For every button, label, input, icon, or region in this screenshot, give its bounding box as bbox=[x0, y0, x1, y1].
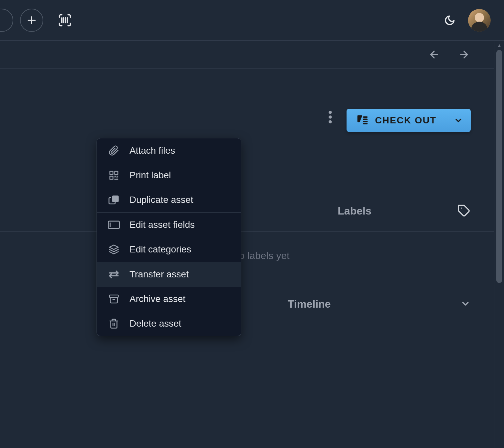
menu-label: Print label bbox=[129, 170, 171, 181]
scrollbar-up-button[interactable]: ▲ bbox=[494, 41, 504, 50]
menu-item-delete-asset[interactable]: Delete asset bbox=[97, 311, 241, 336]
menu-item-edit-asset-fields[interactable]: Edit asset fields bbox=[97, 213, 241, 237]
qr-icon bbox=[109, 170, 119, 181]
plus-icon bbox=[26, 14, 38, 26]
svg-rect-25 bbox=[113, 196, 118, 202]
add-button[interactable] bbox=[20, 9, 43, 32]
menu-item-attach-files[interactable]: Attach files bbox=[97, 138, 241, 163]
chevron-down-icon bbox=[454, 116, 463, 125]
top-bar-right bbox=[443, 9, 491, 32]
scan-button[interactable] bbox=[57, 12, 73, 29]
tag-icon bbox=[457, 204, 471, 218]
checkout-button[interactable]: CHECK OUT bbox=[347, 109, 446, 132]
timeline-collapse-button[interactable] bbox=[460, 298, 471, 310]
nav-prev-button[interactable] bbox=[427, 48, 441, 61]
svg-rect-19 bbox=[110, 176, 113, 179]
nav-arrows bbox=[0, 41, 504, 69]
arrow-left-icon bbox=[428, 49, 440, 60]
labels-content: No labels yet bbox=[0, 232, 504, 280]
svg-rect-17 bbox=[110, 171, 113, 174]
svg-rect-31 bbox=[110, 295, 119, 297]
menu-item-edit-categories[interactable]: Edit categories bbox=[97, 237, 241, 262]
labels-section-header: Labels bbox=[0, 190, 504, 232]
transfer-icon bbox=[108, 269, 120, 280]
menu-label: Edit asset fields bbox=[129, 220, 195, 230]
nav-next-button[interactable] bbox=[457, 48, 471, 61]
menu-label: Archive asset bbox=[129, 294, 185, 304]
barcode-icon bbox=[58, 13, 72, 28]
checkout-label: CHECK OUT bbox=[375, 115, 436, 126]
checkout-dropdown-button[interactable] bbox=[446, 109, 471, 132]
avatar[interactable] bbox=[468, 9, 491, 32]
moon-icon bbox=[444, 15, 455, 26]
chevron-down-icon bbox=[460, 298, 471, 309]
add-label-button[interactable] bbox=[457, 204, 471, 218]
checkout-icon bbox=[356, 114, 369, 127]
svg-point-8 bbox=[329, 111, 332, 114]
menu-item-print-label[interactable]: Print label bbox=[97, 163, 241, 188]
menu-item-archive-asset[interactable]: Archive asset bbox=[97, 287, 241, 311]
trash-icon bbox=[109, 318, 119, 329]
context-menu: Attach files Print label Duplicate asset bbox=[97, 138, 241, 336]
checkout-button-group: CHECK OUT bbox=[347, 109, 471, 132]
scrollbar-track[interactable] bbox=[495, 50, 503, 439]
top-bar-left bbox=[13, 9, 73, 32]
menu-label: Transfer asset bbox=[129, 269, 189, 280]
labels-title: Labels bbox=[338, 205, 371, 217]
theme-toggle-button[interactable] bbox=[443, 14, 456, 27]
copy-icon bbox=[109, 195, 119, 205]
timeline-title: Timeline bbox=[288, 298, 331, 310]
kebab-icon bbox=[329, 111, 332, 123]
layers-icon bbox=[109, 244, 119, 255]
more-options-button[interactable] bbox=[326, 109, 335, 125]
menu-item-duplicate-asset[interactable]: Duplicate asset bbox=[97, 188, 241, 212]
scrollbar-thumb[interactable] bbox=[496, 50, 502, 283]
svg-point-10 bbox=[329, 120, 332, 124]
svg-marker-28 bbox=[110, 245, 119, 249]
menu-label: Delete asset bbox=[129, 318, 181, 329]
menu-item-transfer-asset[interactable]: Transfer asset bbox=[97, 262, 241, 287]
action-area: CHECK OUT bbox=[0, 69, 504, 190]
archive-icon bbox=[109, 294, 119, 304]
menu-label: Edit categories bbox=[129, 244, 191, 255]
svg-point-9 bbox=[329, 115, 332, 119]
timeline-section-header: Timeline bbox=[0, 280, 504, 310]
arrow-right-icon bbox=[458, 49, 470, 60]
menu-label: Duplicate asset bbox=[129, 195, 193, 205]
svg-rect-18 bbox=[115, 171, 118, 174]
menu-label: Attach files bbox=[129, 145, 175, 156]
partial-button[interactable] bbox=[0, 9, 13, 32]
form-icon bbox=[108, 220, 120, 229]
scrollbar[interactable]: ▲ bbox=[494, 41, 504, 448]
paperclip-icon bbox=[109, 145, 119, 156]
top-bar bbox=[0, 0, 504, 41]
